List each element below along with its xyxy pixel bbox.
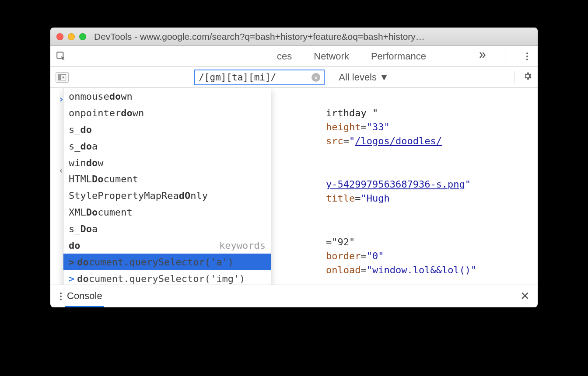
minimize-window-button[interactable] xyxy=(68,33,75,40)
chevron-down-icon: ▼ xyxy=(379,72,389,83)
drawer-menu-button[interactable] xyxy=(56,292,65,300)
autocomplete-history-item[interactable]: >document.querySelector('a') xyxy=(63,254,271,270)
attr: border xyxy=(326,251,360,261)
toggle-sidebar-button[interactable] xyxy=(56,72,69,83)
drawer-tab-console[interactable]: Console xyxy=(65,285,104,307)
drawer-close-button[interactable]: ✕ xyxy=(520,289,530,303)
eqv: ="92" xyxy=(326,237,355,247)
attr: src xyxy=(326,136,343,146)
clear-filter-icon[interactable]: ✕ xyxy=(312,73,320,82)
q: " xyxy=(465,179,471,190)
autocomplete-item[interactable]: onpointerdown xyxy=(63,104,271,121)
devtools-menu-button[interactable] xyxy=(523,52,532,60)
value: "33" xyxy=(367,122,390,132)
autocomplete-history-item[interactable]: >document.querySelector('img') xyxy=(63,270,271,285)
autocomplete-item[interactable]: window xyxy=(63,154,271,171)
autocomplete-item[interactable]: dokeywords xyxy=(63,237,271,254)
attr: height xyxy=(326,122,360,132)
filter-value: /[gm][ta][mi]/ xyxy=(199,72,276,83)
autocomplete-popup: onmousedownonpointerdowns_dos_doawindowH… xyxy=(63,88,271,285)
zoom-window-button[interactable] xyxy=(79,33,86,40)
separator xyxy=(514,71,515,84)
overflow-tabs-button[interactable] xyxy=(478,50,487,62)
autocomplete-item[interactable]: s_Doa xyxy=(63,220,271,237)
autocomplete-item[interactable]: s_do xyxy=(63,121,271,138)
drawer: Console ✕ xyxy=(50,285,538,307)
console-settings-icon[interactable] xyxy=(523,71,532,84)
attr: onload xyxy=(326,265,360,275)
devtools-window: DevTools - www.google.com/search?q=bash+… xyxy=(50,28,538,307)
tab-performance[interactable]: Performance xyxy=(371,51,426,62)
close-window-button[interactable] xyxy=(56,33,63,40)
autocomplete-item[interactable]: onmousedown xyxy=(63,88,271,104)
inspect-element-icon[interactable] xyxy=(56,51,67,62)
console-filter-input[interactable]: /[gm][ta][mi]/ ✕ xyxy=(194,70,325,85)
link[interactable]: y-5429979563687936-s.png xyxy=(326,179,465,190)
value: "window.lol&&lol()" xyxy=(367,265,477,275)
separator xyxy=(505,50,505,63)
tab-partial-right[interactable]: ces xyxy=(277,51,292,62)
levels-label: All levels xyxy=(339,72,377,83)
autocomplete-item[interactable]: s_doa xyxy=(63,138,271,154)
titlebar: DevTools - www.google.com/search?q=bash+… xyxy=(50,28,538,46)
link[interactable]: /logos/doodles/ xyxy=(355,136,442,146)
traffic-lights xyxy=(56,33,86,40)
panel-tabbar: ces Network Performance xyxy=(50,46,538,67)
value: "Hugh xyxy=(360,193,389,204)
console-output: › irthday " height="33" src="/logos/dood… xyxy=(50,88,538,285)
autocomplete-item[interactable]: XMLDocument xyxy=(63,204,271,220)
value: "0" xyxy=(367,251,384,261)
tab-network[interactable]: Network xyxy=(314,51,349,62)
svg-rect-2 xyxy=(58,74,61,80)
log-level-selector[interactable]: All levels ▼ xyxy=(339,72,389,83)
autocomplete-item[interactable]: HTMLDocument xyxy=(63,171,271,187)
text: irthday " xyxy=(326,108,378,118)
attr: title xyxy=(326,193,355,204)
autocomplete-item[interactable]: StylePropertyMapReadOnly xyxy=(63,187,271,204)
console-toolbar: /[gm][ta][mi]/ ✕ All levels ▼ xyxy=(50,67,538,88)
window-title: DevTools - www.google.com/search?q=bash+… xyxy=(94,31,532,42)
